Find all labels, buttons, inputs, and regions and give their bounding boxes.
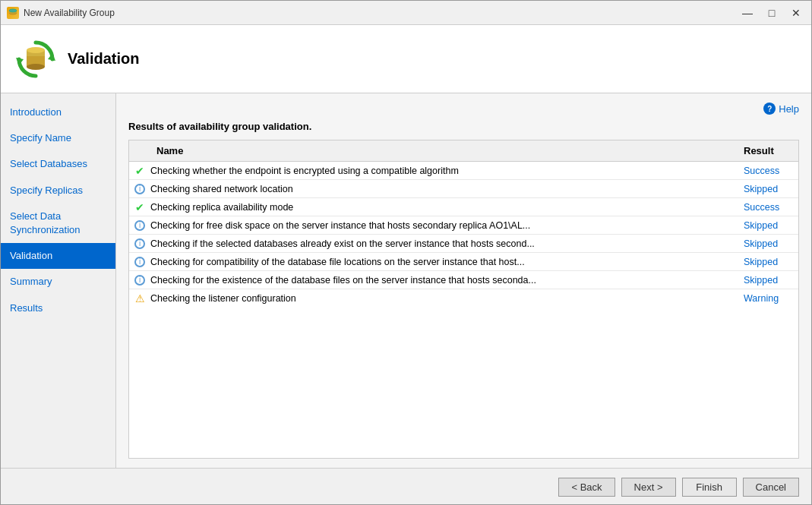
title-bar: New Availability Group — □ ✕	[1, 1, 811, 25]
sidebar-item-select-databases[interactable]: Select Databases	[1, 151, 115, 177]
svg-point-3	[9, 9, 17, 12]
info-icon: i	[129, 184, 150, 194]
next-button[interactable]: Next >	[621, 478, 676, 497]
table-row: i Checking for compatibility of the data…	[129, 253, 798, 271]
sidebar-item-validation[interactable]: Validation	[1, 243, 115, 269]
validation-table: Name Result ✔ Checking whether the endpo…	[128, 140, 799, 459]
header-icon	[16, 39, 55, 79]
page-title: Validation	[68, 50, 139, 68]
table-row: i Checking for free disk space on the se…	[129, 216, 798, 235]
success-icon: ✔	[129, 165, 150, 177]
svg-point-11	[27, 47, 45, 53]
col-name-header: Name	[150, 144, 738, 158]
help-icon: ?	[763, 103, 776, 115]
info-icon: i	[129, 238, 150, 249]
row-name: Checking for the existence of the databa…	[150, 273, 738, 288]
table-row: ✔ Checking whether the endpoint is encry…	[129, 162, 798, 180]
row-name: Checking replica availability mode	[150, 200, 738, 215]
row-result[interactable]: Skipped	[738, 218, 798, 233]
row-name: Checking for compatibility of the databa…	[150, 254, 738, 270]
table-row: i Checking for the existence of the data…	[129, 271, 798, 289]
success-icon: ✔	[129, 201, 150, 213]
warning-icon: ⚠	[129, 292, 150, 305]
main-container: Validation Introduction Specify Name Sel…	[1, 25, 811, 505]
row-name: Checking for free disk space on the serv…	[150, 218, 738, 233]
help-label: Help	[779, 103, 799, 115]
row-result[interactable]: Skipped	[738, 273, 798, 288]
sidebar-item-summary[interactable]: Summary	[1, 269, 115, 295]
cancel-button[interactable]: Cancel	[743, 478, 799, 497]
title-bar-left: New Availability Group	[7, 7, 115, 19]
info-icon: i	[129, 275, 150, 286]
table-body: ✔ Checking whether the endpoint is encry…	[129, 162, 798, 308]
close-button[interactable]: ✕	[787, 5, 805, 21]
row-result[interactable]: Success	[738, 163, 798, 178]
sidebar-item-specify-replicas[interactable]: Specify Replicas	[1, 178, 115, 204]
header-area: Validation	[1, 25, 811, 93]
results-heading: Results of availability group validation…	[128, 121, 799, 132]
sidebar-item-specify-name[interactable]: Specify Name	[1, 125, 115, 151]
sidebar-item-introduction[interactable]: Introduction	[1, 99, 115, 125]
table-header: Name Result	[129, 140, 798, 162]
table-row: ✔ Checking replica availability mode Suc…	[129, 198, 798, 216]
table-row: ⚠ Checking the listener configuration Wa…	[129, 289, 798, 308]
sidebar-item-select-data-sync[interactable]: Select Data Synchronization	[1, 204, 115, 243]
sidebar: Introduction Specify Name Select Databas…	[1, 93, 116, 468]
row-name: Checking if the selected databases alrea…	[150, 236, 738, 251]
maximize-button[interactable]: □	[763, 5, 781, 21]
row-result[interactable]: Warning	[738, 291, 798, 306]
back-button[interactable]: < Back	[558, 478, 615, 497]
help-link[interactable]: ? Help	[763, 103, 799, 115]
row-name: Checking the listener configuration	[150, 291, 738, 306]
row-name: Checking shared network location	[150, 181, 738, 197]
window-title: New Availability Group	[24, 8, 115, 18]
col-icon-header	[129, 144, 150, 158]
svg-marker-4	[48, 53, 55, 61]
table-row: i Checking shared network location Skipp…	[129, 180, 798, 198]
svg-point-8	[27, 64, 45, 70]
footer-area: < Back Next > Finish Cancel	[1, 468, 811, 505]
finish-button[interactable]: Finish	[682, 478, 737, 497]
table-row: i Checking if the selected databases alr…	[129, 235, 798, 253]
title-bar-controls: — □ ✕	[738, 5, 805, 21]
row-result[interactable]: Skipped	[738, 254, 798, 270]
app-icon	[7, 7, 19, 19]
content-area: Introduction Specify Name Select Databas…	[1, 93, 811, 468]
info-icon: i	[129, 220, 150, 231]
main-content: ? Help Results of availability group val…	[116, 93, 811, 468]
col-result-header: Result	[738, 144, 798, 158]
row-name: Checking whether the endpoint is encrypt…	[150, 163, 738, 178]
row-result[interactable]: Skipped	[738, 181, 798, 197]
row-result[interactable]: Skipped	[738, 236, 798, 251]
row-result[interactable]: Success	[738, 200, 798, 215]
help-row: ? Help	[128, 103, 799, 115]
info-icon: i	[129, 257, 150, 267]
svg-marker-5	[16, 58, 24, 65]
sidebar-item-results[interactable]: Results	[1, 295, 115, 321]
minimize-button[interactable]: —	[738, 5, 757, 21]
